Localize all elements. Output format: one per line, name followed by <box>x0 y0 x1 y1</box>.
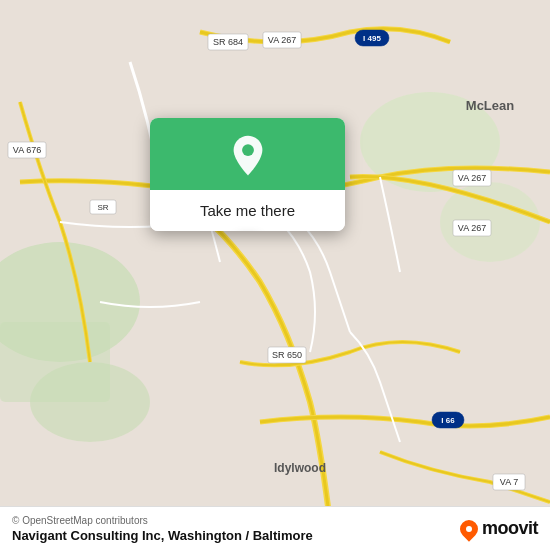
bottom-left: © OpenStreetMap contributors Navigant Co… <box>12 515 313 543</box>
moovit-brand-text: moovit <box>482 518 538 539</box>
copyright-text: © OpenStreetMap contributors <box>12 515 313 526</box>
moovit-pin-dot <box>466 526 472 532</box>
svg-text:SR 684: SR 684 <box>213 37 243 47</box>
svg-text:I 66: I 66 <box>441 416 455 425</box>
svg-text:VA 267: VA 267 <box>458 223 486 233</box>
svg-text:McLean: McLean <box>466 98 514 113</box>
svg-text:VA 7: VA 7 <box>500 477 518 487</box>
moovit-pin-icon <box>456 516 481 541</box>
svg-text:VA 267: VA 267 <box>458 173 486 183</box>
svg-text:SR: SR <box>97 203 108 212</box>
svg-rect-3 <box>0 322 110 402</box>
svg-text:VA 267: VA 267 <box>268 35 296 45</box>
location-pin-icon <box>226 134 270 178</box>
popup-header <box>150 118 345 190</box>
popup-card: Take me there <box>150 118 345 231</box>
take-me-there-button[interactable]: Take me there <box>150 190 345 231</box>
svg-text:SR 650: SR 650 <box>272 350 302 360</box>
svg-text:VA 676: VA 676 <box>13 145 41 155</box>
bottom-bar: © OpenStreetMap contributors Navigant Co… <box>0 506 550 550</box>
map-background: SR 684 I 495 VA 267 VA 676 SR VA 267 VA … <box>0 0 550 550</box>
map-container: SR 684 I 495 VA 267 VA 676 SR VA 267 VA … <box>0 0 550 550</box>
svg-text:I 495: I 495 <box>363 34 381 43</box>
svg-text:Idylwood: Idylwood <box>274 461 326 475</box>
svg-point-30 <box>242 144 254 156</box>
company-name: Navigant Consulting Inc, Washington / Ba… <box>12 528 313 543</box>
moovit-logo: moovit <box>460 518 538 539</box>
